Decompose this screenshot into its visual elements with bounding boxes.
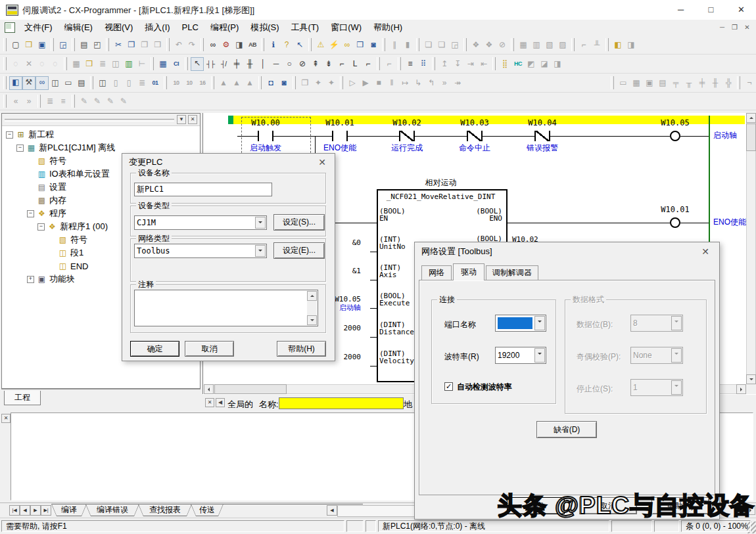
zoom-in-icon[interactable]: ◌	[49, 58, 62, 70]
pen-erase-icon[interactable]: ✎	[117, 95, 130, 108]
rung-comment-icon[interactable]: ❒	[83, 58, 96, 70]
monitor-data-icon[interactable]: ▥	[530, 39, 543, 51]
watch-pane-2-icon[interactable]: ◩	[525, 58, 538, 70]
instruction-icon[interactable]: L	[348, 58, 362, 70]
io-board-2-icon[interactable]: ▦	[630, 77, 643, 89]
differentiate-up-icon[interactable]: ⇞	[309, 58, 322, 70]
rail-edit-1-icon[interactable]: ╤	[669, 77, 682, 89]
pen-draw-3-icon[interactable]: ✎	[104, 95, 117, 108]
ladder-vscrollbar[interactable]	[746, 113, 756, 384]
tab-调制解调器[interactable]: 调制解调器	[486, 265, 538, 280]
zoom-select-icon[interactable]: ◌	[9, 58, 22, 70]
change-address-icon[interactable]: AB	[246, 39, 259, 51]
invert-instruction-icon[interactable]: ⌐	[362, 58, 375, 70]
insert-row-below-icon[interactable]: ↧	[451, 58, 464, 70]
output-coil[interactable]	[670, 131, 680, 141]
comment-scrollbar[interactable]	[307, 291, 317, 325]
info-icon[interactable]: ℹ	[267, 39, 280, 51]
undo-icon[interactable]: ↶	[172, 39, 185, 51]
cut-icon[interactable]: ✂	[112, 39, 125, 51]
toolbar-grip[interactable]	[3, 38, 7, 51]
menu-item-2[interactable]: 编辑(E)	[59, 20, 99, 35]
properties-icon[interactable]: ▤	[75, 77, 88, 89]
io-comment-monitor-icon[interactable]: ▥	[122, 58, 135, 70]
toolbar-grip[interactable]	[261, 38, 264, 51]
horizontal-line-icon[interactable]: ─	[270, 58, 283, 70]
menu-item-6[interactable]: 编程(P)	[204, 20, 245, 35]
toolbar-grip[interactable]	[72, 38, 75, 51]
bar-scroll-left-icon[interactable]: ◀	[216, 398, 225, 407]
toolbar-grip[interactable]	[398, 57, 401, 70]
minimize-button[interactable]: ─	[666, 0, 696, 19]
format-signed-decimal-icon[interactable]: 10	[183, 77, 196, 89]
chevron-down-icon[interactable]	[255, 245, 266, 257]
tree-expander-icon[interactable]: −	[6, 131, 13, 139]
contact-nc[interactable]	[534, 131, 550, 141]
contact-nc-icon[interactable]: ┤/	[217, 58, 230, 70]
tab-网络[interactable]: 网络	[421, 265, 452, 280]
pen-draw-2-icon[interactable]: ✎	[91, 95, 104, 108]
sim-step-out-icon[interactable]: ↰	[425, 77, 438, 89]
outdent-icon[interactable]: «	[9, 95, 22, 108]
copy-icon[interactable]: ❐	[125, 39, 138, 51]
scroll-up-icon[interactable]	[746, 113, 756, 123]
toolbar-grip[interactable]	[511, 38, 514, 51]
watch-pane-3-icon[interactable]: ◪	[538, 58, 551, 70]
device-type-combo[interactable]: CJ1M	[134, 215, 267, 230]
scroll-down-icon[interactable]	[746, 374, 756, 384]
bar-close-button[interactable]: ✕	[205, 398, 214, 407]
menu-item-1[interactable]: 文件(F)	[18, 20, 59, 35]
binary-monitor-icon[interactable]: 01	[149, 77, 162, 89]
toolbar-grip[interactable]	[377, 57, 380, 70]
change-model-icon[interactable]: ⚙	[220, 39, 233, 51]
pause-trigger-icon[interactable]: ▲	[230, 77, 243, 89]
output-coil[interactable]	[670, 217, 680, 228]
hold-online-edit-icon[interactable]: ✦	[312, 77, 325, 89]
compile-icon[interactable]: ⚠	[314, 39, 327, 51]
fb-definition-icon[interactable]: ▯	[109, 77, 122, 89]
tab-prev-icon[interactable]: ◀	[20, 505, 30, 516]
online-transfer-icon[interactable]: ❒	[354, 39, 367, 51]
paste-bin-icon[interactable]: ❒	[151, 39, 164, 51]
new-rung-icon[interactable]: ⌐	[383, 58, 396, 70]
tab-project[interactable]: 工程	[4, 391, 41, 405]
child-restore-icon[interactable]: ❐	[728, 22, 741, 33]
fb-list-icon[interactable]: ≣	[135, 77, 149, 89]
tree-expander-icon[interactable]: −	[16, 145, 24, 152]
output-close-button[interactable]: ✕	[1, 414, 11, 423]
chevron-down-icon[interactable]	[255, 217, 266, 229]
check-program-icon[interactable]: ∞	[341, 39, 354, 51]
layer-view-icon[interactable]: ≡	[404, 58, 417, 70]
toolbar-grip[interactable]	[3, 57, 7, 70]
scroll-down-icon[interactable]	[307, 315, 317, 325]
differential-monitor-icon[interactable]: ▲	[217, 77, 230, 89]
print-preview-icon[interactable]: ◰	[91, 39, 104, 51]
pause-monitor-icon[interactable]: ∥	[388, 39, 401, 51]
fb-protect-icon[interactable]: ▯	[122, 77, 135, 89]
autodetect-checkbox[interactable]: ✓	[444, 382, 453, 391]
toolbar-grip[interactable]	[3, 95, 7, 108]
help-icon[interactable]: ?	[280, 39, 293, 51]
format-hex-icon[interactable]: 16	[196, 77, 209, 89]
time-chart-icon[interactable]: ▨	[556, 39, 569, 51]
run-simulator-icon[interactable]: ▷	[346, 77, 359, 89]
differentiate-down-icon[interactable]: ⇟	[322, 58, 335, 70]
format-decimal-icon[interactable]: 10	[170, 77, 183, 89]
panel-collapse-button[interactable]: ▼	[177, 115, 186, 124]
indent-icon[interactable]: »	[22, 95, 35, 108]
sim-run-to-end-icon[interactable]: ↠	[451, 77, 464, 89]
mini-scroll-left-icon[interactable]: ◀	[327, 505, 337, 516]
dialog-close-icon[interactable]: ✕	[698, 242, 713, 261]
contact-no[interactable]	[258, 131, 273, 141]
contact-no[interactable]	[332, 131, 348, 141]
toolbar-grip[interactable]	[308, 38, 312, 51]
project-window-icon[interactable]: ◧	[9, 76, 22, 90]
contact-or-no-icon[interactable]: ╪	[230, 58, 243, 70]
insert-cell-left-icon[interactable]: ⇤	[477, 58, 490, 70]
tab-驱动[interactable]: 驱动	[453, 263, 484, 280]
rail-edit-5-icon[interactable]: ╬	[722, 77, 735, 89]
contact-nc[interactable]	[399, 131, 415, 141]
scroll-up-icon[interactable]	[307, 291, 317, 301]
protect-lock-icon[interactable]: ◧	[611, 39, 625, 51]
rung-condensed-icon[interactable]: ◫	[109, 58, 122, 70]
